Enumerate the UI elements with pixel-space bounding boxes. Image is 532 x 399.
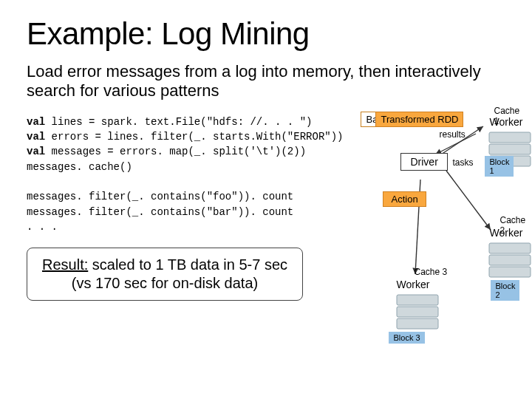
keyword-val: val <box>27 146 45 157</box>
block1-label: Block 1 <box>485 156 514 177</box>
svg-rect-4 <box>489 132 531 143</box>
transformed-rdd-callout: Transformed RDD <box>375 112 463 127</box>
slide-title: Example: Log Mining <box>27 16 510 52</box>
result-label: Result: <box>42 256 88 273</box>
code-line: messages. cache() <box>27 161 132 173</box>
code-line: messages = errors. map(_. split('\t')(2)… <box>45 146 306 157</box>
tasks-label: tasks <box>452 157 473 168</box>
results-label: results <box>439 129 465 140</box>
server-icon <box>487 239 532 280</box>
svg-rect-9 <box>489 267 531 277</box>
code-line: lines = spark. text.File("hdfs: //. . . … <box>45 116 312 128</box>
svg-rect-11 <box>397 307 438 317</box>
block3-label: Block 3 <box>389 332 424 344</box>
result-line1: scaled to 1 TB data in 5-7 sec <box>88 256 287 273</box>
keyword-val: val <box>27 131 45 143</box>
driver-box: Driver <box>400 153 447 171</box>
svg-line-2 <box>446 171 491 230</box>
worker3-label: Worker <box>396 279 429 290</box>
result-line2: (vs 170 sec for on-disk data) <box>72 275 258 291</box>
code-column: val lines = spark. text.File("hdfs: //. … <box>27 112 343 348</box>
code-line: errors = lines. filter(_. starts.With("E… <box>45 131 343 143</box>
diagram: Ba Transformed RDD results tasks Driver … <box>343 112 510 348</box>
block2-label: Block 2 <box>491 280 519 301</box>
code-line: . . . <box>27 221 58 233</box>
svg-rect-7 <box>489 243 531 253</box>
svg-rect-5 <box>489 144 531 154</box>
result-callout: Result: scaled to 1 TB data in 5-7 sec (… <box>27 248 303 301</box>
slide-subtitle: Load error messages from a log into memo… <box>27 62 510 101</box>
code-block: val lines = spark. text.File("hdfs: //. … <box>27 115 343 234</box>
svg-rect-12 <box>397 318 438 329</box>
keyword-val: val <box>27 116 45 128</box>
code-line: messages. filter(_. contains("bar")). co… <box>27 206 293 218</box>
worker2-label: Worker <box>489 227 522 239</box>
action-callout: Action <box>383 191 426 207</box>
server-icon <box>395 290 440 332</box>
code-line: messages. filter(_. contains("foo")). co… <box>27 191 293 202</box>
worker1-label: Worker <box>489 116 522 128</box>
svg-rect-8 <box>489 255 531 265</box>
content-row: val lines = spark. text.File("hdfs: //. … <box>27 112 510 348</box>
cache3-label: Cache 3 <box>414 267 447 277</box>
svg-rect-10 <box>397 295 438 305</box>
